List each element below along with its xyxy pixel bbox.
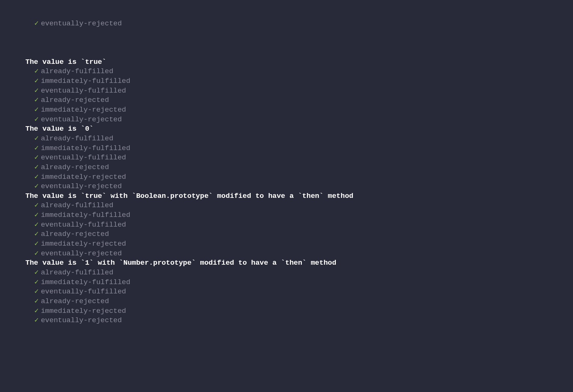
test-result-line: immediately-fulfilled [7, 144, 566, 153]
test-name: immediately-rejected [41, 240, 126, 248]
test-name: already-rejected [41, 163, 109, 171]
check-icon [34, 153, 38, 162]
check-icon [34, 201, 38, 209]
group-header-text: The value is `1` with `Number.prototype`… [25, 259, 336, 267]
test-group-header: The value is `0` [7, 124, 566, 134]
test-result-line: eventually-rejected [7, 249, 566, 259]
test-result-line: eventually-rejected [7, 182, 566, 192]
check-icon [34, 77, 38, 85]
test-result-line: immediately-fulfilled [7, 211, 566, 220]
test-result-line: already-fulfilled [7, 134, 566, 144]
check-icon [34, 87, 38, 95]
test-name: eventually-rejected [41, 316, 122, 324]
check-icon [34, 230, 38, 238]
test-name: already-rejected [41, 230, 109, 238]
test-name: eventually-fulfilled [41, 287, 126, 296]
check-icon [34, 278, 38, 286]
test-result-line: eventually-rejected [7, 316, 566, 326]
test-result-line: ✓eventually-rejected [7, 19, 566, 29]
test-result-line: already-rejected [7, 163, 566, 172]
test-name: eventually-rejected [41, 115, 122, 124]
test-name: already-fulfilled [41, 201, 113, 209]
test-result-line: already-rejected [7, 297, 566, 307]
test-name: eventually-fulfilled [41, 87, 126, 95]
test-name: already-fulfilled [41, 67, 113, 75]
test-result-line: immediately-rejected [7, 307, 566, 316]
test-result-line: immediately-fulfilled [7, 278, 566, 287]
check-icon [34, 249, 38, 258]
test-group-header: The value is `1` with `Number.prototype`… [7, 258, 566, 268]
test-result-line: immediately-rejected [7, 239, 566, 249]
test-result-line: already-fulfilled [7, 201, 566, 211]
test-name: immediately-fulfilled [41, 211, 130, 219]
test-group-header: The value is `true` with `Boolean.protot… [7, 192, 566, 201]
test-name: eventually-rejected [41, 182, 122, 190]
test-group-header: The value is `true` [7, 57, 566, 67]
test-name: immediately-fulfilled [41, 144, 130, 152]
test-name: eventually-rejected [41, 249, 122, 258]
check-icon [34, 96, 38, 104]
test-name: immediately-rejected [41, 106, 126, 114]
terminal-output: ✓eventually-rejected The value is `true`… [0, 0, 573, 392]
test-result-line: eventually-fulfilled [7, 153, 566, 163]
test-name: eventually-rejected [41, 19, 122, 28]
check-icon [34, 268, 38, 277]
test-result-line: already-rejected [7, 230, 566, 239]
test-name: eventually-fulfilled [41, 221, 126, 229]
check-icon [34, 163, 38, 171]
check-icon [34, 221, 38, 229]
group-header-text: The value is `true` with `Boolean.protot… [25, 192, 353, 200]
test-name: immediately-fulfilled [41, 77, 130, 85]
test-result-line: already-fulfilled [7, 67, 566, 77]
check-icon [34, 240, 38, 248]
test-result-line: already-fulfilled [7, 268, 566, 278]
test-name: already-fulfilled [41, 134, 113, 143]
test-result-line: eventually-fulfilled [7, 220, 566, 230]
check-icon [34, 106, 38, 114]
check-icon [34, 182, 38, 190]
check-icon: ✓ [34, 19, 38, 28]
test-name: already-rejected [41, 96, 109, 104]
test-name: already-rejected [41, 297, 109, 305]
check-icon [34, 287, 38, 296]
test-name: already-fulfilled [41, 268, 113, 277]
test-result-line: already-rejected [7, 96, 566, 105]
check-icon [34, 297, 38, 305]
check-icon [34, 115, 38, 124]
group-header-text: The value is `true` [25, 58, 106, 66]
test-name: immediately-fulfilled [41, 278, 130, 286]
test-name: eventually-fulfilled [41, 153, 126, 162]
check-icon [34, 307, 38, 315]
check-icon [34, 173, 38, 181]
blank-line [7, 383, 566, 392]
test-name: immediately-rejected [41, 307, 126, 315]
test-name: immediately-rejected [41, 173, 126, 181]
check-icon [34, 144, 38, 152]
check-icon [34, 316, 38, 324]
test-result-line: eventually-rejected [7, 115, 566, 125]
group-header-text: The value is `0` [25, 125, 93, 133]
test-result-line: immediately-rejected [7, 105, 566, 115]
check-icon [34, 211, 38, 219]
check-icon [34, 134, 38, 143]
test-result-line: immediately-fulfilled [7, 77, 566, 86]
test-result-line: eventually-fulfilled [7, 287, 566, 297]
test-result-line: eventually-fulfilled [7, 86, 566, 96]
check-icon [34, 67, 38, 75]
blank-line [7, 354, 566, 364]
test-result-line: immediately-rejected [7, 172, 566, 182]
